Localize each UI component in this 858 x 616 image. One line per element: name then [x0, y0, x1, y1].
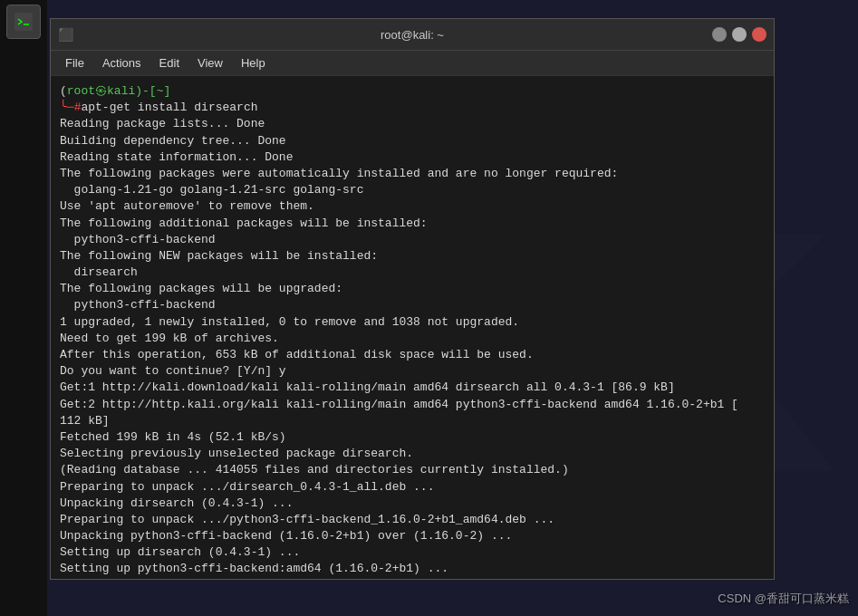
minimize-button[interactable]: – — [712, 27, 727, 42]
window-title: root@kali: ~ — [381, 28, 444, 42]
line-16: Do you want to continue? [Y/n] y — [60, 363, 765, 380]
maximize-button[interactable]: □ — [732, 27, 747, 42]
line-10: dirsearch — [60, 265, 765, 281]
close-button[interactable]: ✕ — [752, 27, 766, 42]
line-7: The following additional packages will b… — [60, 216, 765, 232]
svg-rect-0 — [14, 13, 33, 31]
line-5: golang-1.21-go golang-1.21-src golang-sr… — [60, 182, 765, 198]
line-26: Unpacking python3-cffi-backend (1.16.0-2… — [60, 528, 765, 544]
menu-actions[interactable]: Actions — [95, 54, 149, 72]
menu-bar: File Actions Edit View Help — [51, 51, 774, 76]
left-taskbar — [0, 0, 47, 616]
menu-file[interactable]: File — [58, 54, 92, 72]
terminal-content[interactable]: (root㉿kali)-[~] ╰─# apt-get install dirs… — [51, 76, 774, 579]
line-3: Reading state information... Done — [60, 149, 765, 166]
line-25: Preparing to unpack .../python3-cffi-bac… — [60, 512, 765, 528]
line-22: (Reading database ... 414055 files and d… — [60, 462, 765, 478]
line-14: Need to get 199 kB of archives. — [60, 331, 765, 347]
line-4: The following packages were automaticall… — [60, 166, 765, 182]
title-bar: ⬛ root@kali: ~ – □ ✕ — [51, 19, 774, 51]
line-8: python3-cffi-backend — [60, 232, 765, 248]
line-12: python3-cffi-backend — [60, 297, 765, 313]
prompt-line-1: (root㉿kali)-[~] — [60, 83, 765, 100]
watermark: CSDN @香甜可口蒸米糕 — [718, 591, 849, 607]
prompt-command-1: ╰─# apt-get install dirsearch — [60, 100, 765, 116]
title-bar-controls: – □ ✕ — [712, 27, 766, 42]
menu-help[interactable]: Help — [234, 54, 273, 72]
terminal-window: ⬛ root@kali: ~ – □ ✕ File Actions Edit V… — [50, 18, 775, 580]
title-bar-left: ⬛ — [58, 27, 81, 43]
line-13: 1 upgraded, 1 newly installed, 0 to remo… — [60, 314, 765, 331]
line-15: After this operation, 653 kB of addition… — [60, 347, 765, 363]
line-17: Get:1 http://kali.download/kali kali-rol… — [60, 380, 765, 396]
line-9: The following NEW packages will be insta… — [60, 248, 765, 265]
line-11: The following packages will be upgraded: — [60, 281, 765, 297]
taskbar-terminal[interactable] — [6, 5, 41, 39]
line-28: Setting up python3-cffi-backend:amd64 (1… — [60, 561, 765, 577]
line-27: Setting up dirsearch (0.4.3-1) ... — [60, 544, 765, 561]
line-29: Processing triggers for man-db (2.12.0-1… — [60, 578, 765, 579]
menu-view[interactable]: View — [190, 54, 230, 72]
menu-edit[interactable]: Edit — [152, 54, 187, 72]
line-21: Selecting previously unselected package … — [60, 446, 765, 462]
line-18: Get:2 http://http.kali.org/kali kali-rol… — [60, 397, 765, 413]
line-19: 112 kB] — [60, 413, 765, 429]
line-24: Unpacking dirsearch (0.4.3-1) ... — [60, 496, 765, 512]
line-6: Use 'apt autoremove' to remove them. — [60, 198, 765, 215]
line-20: Fetched 199 kB in 4s (52.1 kB/s) — [60, 429, 765, 446]
line-2: Building dependency tree... Done — [60, 133, 765, 149]
line-23: Preparing to unpack .../dirsearch_0.4.3-… — [60, 479, 765, 496]
terminal-icon — [14, 13, 33, 31]
terminal-window-icon: ⬛ — [58, 27, 73, 43]
line-1: Reading package lists... Done — [60, 116, 765, 132]
